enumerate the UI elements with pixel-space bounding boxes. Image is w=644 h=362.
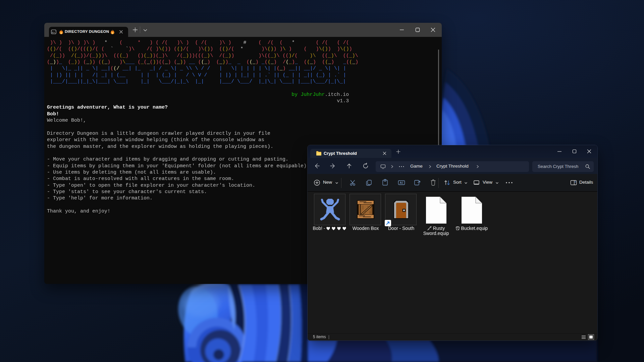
svg-text:C:\: C:\ (52, 32, 55, 34)
